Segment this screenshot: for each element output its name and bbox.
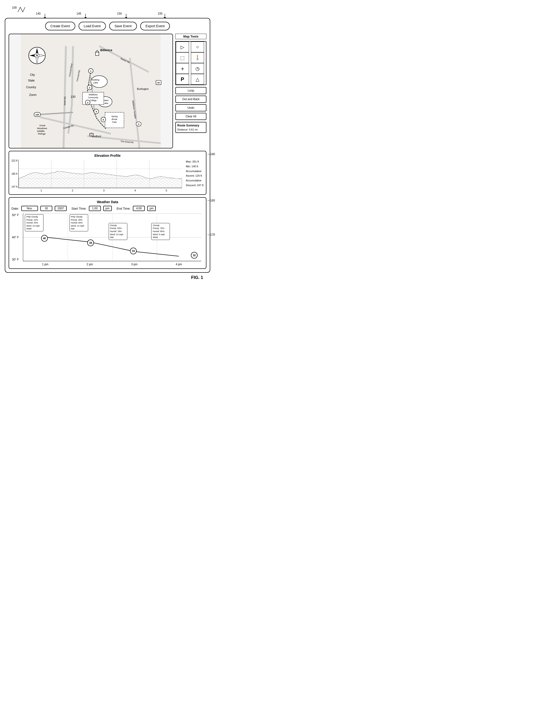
card3-precip: Precip: 50%: [110, 227, 126, 230]
svg-text:2: 2: [89, 86, 90, 89]
date-year-input[interactable]: [55, 206, 67, 211]
card2-condition: Prtly Cloudy: [71, 215, 87, 218]
svg-text:City: City: [30, 73, 35, 76]
elevation-title: Elevation Profile: [11, 154, 204, 158]
map-container[interactable]: Nutting Lake Fawn Lake Spring Brook Park…: [9, 34, 173, 148]
date-day-input[interactable]: [40, 206, 52, 211]
card3-humid: Humid: 78%: [110, 230, 126, 233]
elevation-stats: Max: 261 ft Min: 140 ft Accumulative Asc…: [186, 159, 204, 188]
weather-chart-area: Prtly Cloudy Precip: 10% Humid: 45% Wind…: [23, 213, 201, 261]
svg-text:College: College: [90, 99, 97, 102]
svg-text:N: N: [36, 54, 38, 57]
tool-crop[interactable]: ⬚: [176, 52, 189, 63]
ref-150: 150: [117, 12, 122, 15]
card3-wind: Wind: 10 mph: [110, 233, 126, 236]
tool-clock[interactable]: ◷: [191, 63, 204, 74]
ref-165: —165: [207, 199, 215, 202]
tools-grid: ▷ ○ ⬚ 🚶 ＋ ◷ P △: [175, 41, 207, 85]
svg-text:Refuge: Refuge: [38, 132, 46, 135]
svg-text:North Rd.: North Rd.: [64, 96, 66, 105]
right-panel: Map Tools ▷ ○ ⬚ 🚶 ＋ ◷ P △ Loop Out and B…: [175, 34, 207, 148]
card4-precip: Precip: 70%: [153, 227, 169, 230]
tool-plus[interactable]: ＋: [176, 63, 189, 74]
svg-text:Meadows: Meadows: [37, 127, 47, 130]
weather-controls: Date: Start Time: End Time:: [11, 206, 204, 211]
svg-text:Country: Country: [26, 86, 36, 89]
elev-desc-label: Accumulative: [186, 178, 204, 183]
end-time-label: End Time:: [117, 207, 131, 210]
elevation-x-labels: 1 2 3 4 5: [18, 189, 182, 192]
card2-wind: Wind: 12 mph: [71, 224, 87, 228]
svg-text:Great: Great: [39, 124, 45, 127]
elevation-chart: [18, 159, 182, 188]
elev-desc: Descent: 247 ft: [186, 183, 204, 188]
svg-text:Wildlife: Wildlife: [37, 130, 45, 132]
route-summary-title: Route Summary: [177, 124, 205, 127]
date-label: Date:: [11, 207, 19, 210]
start-ampm-input[interactable]: [103, 206, 112, 211]
card2-dir: NW: [71, 227, 87, 230]
export-event-button[interactable]: Export Event: [140, 22, 170, 30]
start-time-label: Start Time:: [71, 207, 87, 210]
main-container: Create Event Load Event Save Event Expor…: [5, 18, 210, 273]
svg-text:Community: Community: [88, 96, 98, 99]
end-time-input[interactable]: [133, 206, 145, 211]
svg-rect-24: [96, 52, 99, 55]
ref-100: 100: [12, 6, 17, 9]
card4-wind: Wind: 5 mph: [153, 233, 169, 236]
fig-label: FIG. 1: [191, 275, 203, 280]
load-event-button[interactable]: Load Event: [79, 22, 106, 30]
card1-condition: Prtly Cloudy: [26, 215, 42, 218]
temp-circle-4: 32: [191, 252, 198, 259]
save-event-button[interactable]: Save Event: [109, 22, 137, 30]
loop-button[interactable]: Loop: [175, 87, 207, 94]
tool-parking[interactable]: P: [176, 74, 189, 85]
elevation-section: Elevation Profile 222 ft 185 ft 147 ft: [9, 151, 207, 195]
ref-170: —170: [207, 233, 215, 236]
clear-all-button[interactable]: Clear All: [175, 113, 207, 120]
temp-circle-1: 40: [41, 235, 48, 242]
weather-y-labels: 50° F 40° F 30° F: [12, 213, 19, 261]
card2-humid: Humid: 60%: [71, 221, 87, 224]
svg-text:5: 5: [103, 118, 104, 121]
weather-title: Weather Data: [11, 200, 204, 204]
card1-wind: Wind: 10 mph: [26, 224, 42, 228]
svg-text:Zoom: Zoom: [29, 93, 36, 97]
card1-humid: Humid: 45%: [26, 221, 42, 224]
undo-button[interactable]: Undo: [175, 104, 207, 111]
route-distance: Distance: 5.61 mi: [177, 128, 205, 131]
create-event-button[interactable]: Create Event: [45, 22, 75, 30]
card1-dir: NNW: [26, 227, 42, 230]
elev-max: Max: 261 ft: [186, 159, 204, 164]
svg-text:130: 130: [71, 95, 76, 98]
svg-text:Park: Park: [112, 121, 117, 123]
end-ampm-input[interactable]: [147, 206, 156, 211]
route-buttons: Loop Out and Back Undo Clear All: [175, 87, 207, 120]
card4-humid: Humid: 80%: [153, 230, 169, 233]
svg-text:4: 4: [96, 110, 97, 113]
ref-160: —160: [207, 152, 215, 156]
tool-triangle[interactable]: △: [191, 74, 204, 85]
svg-text:3: 3: [87, 101, 88, 104]
ref-155: 155: [158, 12, 163, 15]
svg-text:3: 3: [138, 123, 139, 125]
svg-text:Nutting: Nutting: [92, 78, 99, 81]
out-and-back-button[interactable]: Out and Back: [175, 96, 207, 103]
weather-card-2: Prtly Cloudy Precip: 30% Humid: 60% Wind…: [70, 214, 88, 231]
card1-precip: Precip: 10%: [26, 218, 42, 222]
svg-text:Lake: Lake: [93, 81, 98, 84]
tool-play[interactable]: ▷: [176, 42, 189, 52]
card2-precip: Precip: 30%: [71, 218, 87, 222]
toolbar: Create Event Load Event Save Event Expor…: [9, 22, 207, 30]
elevation-y-labels: 222 ft 185 ft 147 ft: [11, 159, 17, 188]
svg-text:Middlesex: Middlesex: [89, 93, 98, 96]
date-month-input[interactable]: [21, 206, 38, 211]
tool-circle[interactable]: ○: [191, 42, 204, 52]
card3-dir: NW: [110, 236, 126, 239]
start-time-input[interactable]: [89, 206, 101, 211]
svg-text:State: State: [28, 79, 35, 82]
tool-figure[interactable]: 🚶: [191, 52, 204, 63]
svg-text:Billerica: Billerica: [100, 48, 113, 52]
svg-text:Burlington: Burlington: [137, 87, 149, 90]
svg-text:Spring: Spring: [111, 115, 118, 118]
